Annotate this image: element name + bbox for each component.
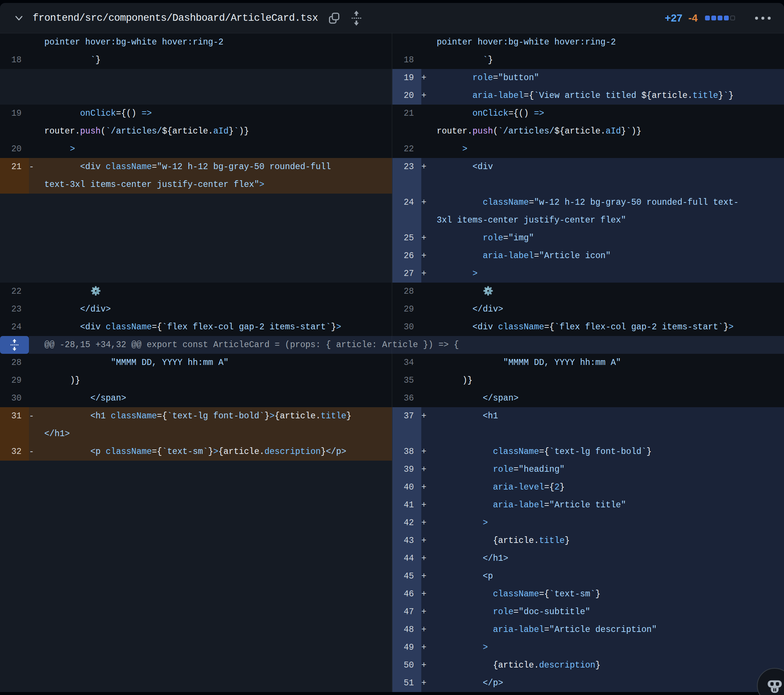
code-line [421,176,784,194]
code-cell: + > [421,265,784,283]
line-number [0,532,29,550]
line-number: 35 [392,372,421,389]
line-number: 18 [0,51,29,69]
diff-row: 39+ role="heading" [0,461,784,478]
code-line: + role="button" [421,69,784,87]
code-line [29,496,392,514]
code-line: + <h1 [421,407,784,425]
code-cell [29,603,392,621]
code-cell: `} [421,51,784,69]
code-line: ⚙️ [421,283,784,300]
line-number: 47 [392,603,421,621]
diff-cell-left: 18 `} [0,51,392,69]
code-line [29,229,392,247]
diff-cell-left [0,621,392,639]
diff-cell-left: 29 )} [0,372,392,389]
line-number: 46 [392,585,421,603]
code-line: + > [421,265,784,283]
line-number [0,87,29,105]
diff-cell-left: 31- <h1 className={`text-lg font-bold`}>… [0,407,392,443]
diff-cell-left [0,247,392,265]
collapse-file-chevron-icon[interactable] [13,13,25,24]
line-number [0,478,29,496]
hunk-header-text: @@ -28,15 +34,32 @@ export const Article… [29,336,784,354]
code-line: + > [421,639,784,656]
diff-row: 51+ </p> [0,674,784,692]
code-cell: + aria-label={`View article titled ${art… [421,87,784,105]
code-line: ⚙️ [29,283,392,300]
diff-cell-right: 35 )} [392,372,784,389]
file-path: frontend/src/components/Dashboard/Articl… [33,13,318,24]
code-cell: ⚙️ [29,283,392,300]
more-options-button[interactable] [753,15,773,22]
diff-cell-left: 20 > [0,140,392,158]
diff-cell-left: pointer hover:bg-white hover:ring-2 [0,33,392,51]
diff-row: 48+ aria-label="Article description" [0,621,784,639]
code-line: + aria-label="Article description" [421,621,784,639]
line-number: 49 [392,639,421,656]
diff-cell-right: 21 onClick={() => [392,105,784,122]
line-number: 38 [392,443,421,461]
diff-cell-right: 26+ aria-label="Article icon" [392,247,784,265]
code-cell [29,514,392,532]
diff-row: 19 onClick={() =>21 onClick={() => [0,105,784,122]
diff-cell-left: 21- <div className="w-12 h-12 bg-gray-50… [0,158,392,194]
diff-cell-right: router.push(`/articles/${article.aId}`)} [392,122,784,140]
code-line: + {article.title} [421,532,784,550]
diff-cell-right: 39+ role="heading" [392,461,784,478]
code-cell: > [29,140,392,158]
additions-count: +27 [665,12,683,24]
code-cell: <div className={`flex flex-col gap-2 ite… [29,318,392,336]
code-cell [29,265,392,283]
code-line: > [421,140,784,158]
line-number: 25 [392,229,421,247]
line-number [0,33,29,51]
code-cell: + role="heading" [421,461,784,478]
code-cell: + className="w-12 h-12 bg-gray-50 rounde… [421,194,784,229]
code-cell: </span> [421,389,784,407]
line-number: 18 [392,51,421,69]
code-line: + className={`text-lg font-bold`} [421,443,784,461]
diff-row: 22 ⚙️28 ⚙️ [0,283,784,300]
diff-cell-right: 43+ {article.title} [392,532,784,550]
code-cell: </span> [29,389,392,407]
code-line: - <p className={`text-sm`}>{article.desc… [29,443,392,461]
line-number [0,461,29,478]
diff-cell-left: 23 </div> [0,300,392,318]
code-cell: - <div className="w-12 h-12 bg-gray-50 r… [29,158,392,194]
diff-cell-right: 18 `} [392,51,784,69]
line-number: 32 [0,443,29,461]
code-cell: + aria-level={2} [421,478,784,496]
line-number [0,69,29,87]
code-line: + > [421,514,784,532]
copy-path-button[interactable] [328,12,341,25]
code-cell [29,656,392,674]
line-number: 43 [392,532,421,550]
diff-row: 27+ > [0,265,784,283]
line-number: 26 [392,247,421,265]
code-cell: + {article.title} [421,532,784,550]
diff-cell-right: 44+ </h1> [392,550,784,567]
line-number: 20 [392,87,421,105]
code-line [29,87,392,105]
line-number [0,514,29,532]
code-cell: </div> [29,300,392,318]
code-cell: "MMMM DD, YYYY hh:mm A" [29,354,392,372]
expand-all-hunks-button[interactable] [351,10,362,26]
code-cell [29,461,392,478]
diff-row: 44+ </h1> [0,550,784,567]
code-cell: + className={`text-lg font-bold`} [421,443,784,461]
code-cell: + <p [421,567,784,585]
code-line: + aria-label={`View article titled ${art… [421,87,784,105]
diff-file-card: frontend/src/components/Dashboard/Articl… [0,3,784,692]
code-cell: + <h1 [421,407,784,443]
line-number: 30 [392,318,421,336]
code-line: )} [29,372,392,389]
diff-cell-right: 51+ </p> [392,674,784,692]
diff-row: 30 </span>36 </span> [0,389,784,407]
expand-hunk-button[interactable] [0,336,29,354]
diff-row: 49+ > [0,639,784,656]
line-number: 44 [392,550,421,567]
code-cell: pointer hover:bg-white hover:ring-2 [29,33,392,51]
line-number: 21 [392,105,421,122]
